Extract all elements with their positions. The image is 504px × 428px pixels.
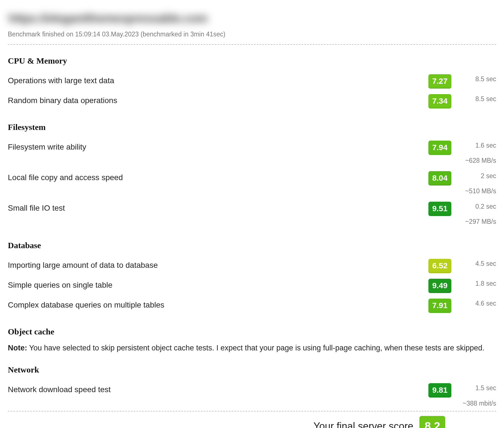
benchmark-label: Operations with large text data: [8, 74, 428, 87]
benchmark-row: Filesystem write ability7.941.6 sec~628 …: [8, 138, 496, 168]
benchmark-label: Simple queries on single table: [8, 279, 428, 291]
score-badge: 7.91: [428, 299, 451, 313]
benchmark-timestamp: Benchmark finished on 15:09:14 03.May.20…: [8, 29, 496, 39]
benchmark-row: Random binary data operations7.348.5 sec: [8, 91, 496, 111]
benchmark-throughput: ~510 MB/s: [456, 186, 496, 196]
score-badge: 7.27: [428, 74, 451, 89]
benchmark-row: Small file IO test9.510.2 sec~297 MB/s: [8, 199, 496, 229]
benchmark-meta: 0.2 sec~297 MB/s: [451, 202, 496, 227]
benchmark-row: Importing large amount of data to databa…: [8, 256, 496, 276]
final-score-label: Your final server score: [314, 419, 414, 428]
benchmark-meta: 8.5 sec: [451, 94, 496, 104]
benchmark-time: 4.6 sec: [475, 300, 496, 307]
benchmark-time: 4.5 sec: [475, 260, 496, 267]
section-title: Filesystem: [8, 121, 496, 133]
benchmark-time: 8.5 sec: [475, 95, 496, 103]
score-badge: 8.04: [428, 171, 451, 185]
score-badge: 9.49: [428, 279, 451, 293]
benchmark-meta: 2 sec~510 MB/s: [451, 171, 496, 196]
score-badge: 7.94: [428, 141, 451, 155]
benchmark-meta: 8.5 sec: [451, 74, 496, 84]
benchmark-meta: 1.8 sec: [451, 279, 496, 289]
benchmark-throughput: ~297 MB/s: [456, 217, 496, 227]
benchmark-time: 2 sec: [481, 172, 496, 180]
score-badge: 9.81: [428, 383, 451, 397]
benchmark-label: Complex database queries on multiple tab…: [8, 299, 428, 311]
note-text: You have selected to skip persistent obj…: [27, 344, 484, 352]
benchmark-label: Filesystem write ability: [8, 141, 428, 153]
benchmark-throughput: ~628 MB/s: [456, 156, 496, 166]
benchmark-time: 1.6 sec: [475, 142, 496, 149]
benchmark-meta: 1.5 sec~388 mbit/s: [451, 383, 496, 408]
benchmark-meta: 1.6 sec~628 MB/s: [451, 141, 496, 166]
benchmark-label: Random binary data operations: [8, 94, 428, 106]
benchmark-sections: CPU & MemoryOperations with large text d…: [8, 54, 496, 411]
benchmark-time: 1.5 sec: [475, 384, 496, 392]
section-note: Note: You have selected to skip persiste…: [8, 342, 496, 354]
benchmark-meta: 4.6 sec: [451, 299, 496, 308]
score-badge: 9.51: [428, 202, 451, 216]
score-badge: 6.52: [428, 259, 451, 273]
section-title: Network: [8, 363, 496, 376]
section-title: Database: [8, 239, 496, 252]
benchmark-row: Operations with large text data7.278.5 s…: [8, 71, 496, 91]
benchmark-row: Network download speed test9.811.5 sec~3…: [8, 380, 496, 411]
section-title: Object cache: [8, 325, 496, 338]
benchmark-meta: 4.5 sec: [451, 259, 496, 269]
benchmark-time: 1.8 sec: [475, 280, 496, 287]
benchmark-row: Complex database queries on multiple tab…: [8, 296, 496, 316]
benchmark-label: Network download speed test: [8, 383, 428, 396]
score-badge: 7.34: [428, 94, 451, 108]
page-title: https://elegantthemespressable.com: [8, 10, 496, 27]
benchmark-row: Local file copy and access speed8.042 se…: [8, 168, 496, 199]
note-prefix: Note:: [8, 344, 27, 352]
benchmark-label: Local file copy and access speed: [8, 171, 428, 183]
benchmark-time: 0.2 sec: [475, 203, 496, 210]
benchmark-label: Small file IO test: [8, 202, 428, 214]
benchmark-row: Simple queries on single table9.491.8 se…: [8, 276, 496, 296]
divider-top: [8, 44, 496, 45]
benchmark-throughput: ~388 mbit/s: [456, 399, 496, 408]
benchmark-time: 8.5 sec: [475, 75, 496, 83]
final-score-row: Your final server score 8.2: [8, 411, 496, 428]
section-title: CPU & Memory: [8, 54, 496, 67]
benchmark-label: Importing large amount of data to databa…: [8, 259, 428, 271]
final-score-badge: 8.2: [419, 416, 445, 428]
